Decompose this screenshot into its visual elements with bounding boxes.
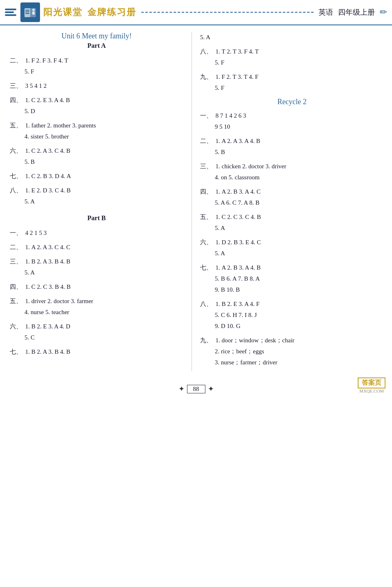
section-qi-partb-content: 1. B 2. A 3. B 4. B <box>25 348 70 355</box>
section-san-recycle-label: 三、 <box>200 163 212 170</box>
pen-icon: ✏ <box>380 7 387 18</box>
section-er-label: 二、 <box>10 57 22 64</box>
section-ba-right-content: 1. T 2. T 3. F 4. T <box>216 48 259 55</box>
section-er-recycle-content: 1. A 2. A 3. A 4. B <box>216 138 261 144</box>
section-jiu-recycle-content: 1. door；window；desk；chair <box>216 337 294 344</box>
stripe-2 <box>5 11 14 13</box>
right-column: 5. A 八、 1. T 2. T 3. F 4. T 5. F 九、 1. F… <box>192 32 392 371</box>
section-jiu-recycle: 九、 1. door；window；desk；chair 2. rice；bee… <box>200 335 384 368</box>
section-jiu-recycle-label: 九、 <box>200 337 212 344</box>
section-san-partb-indent: 5. A <box>24 267 183 278</box>
section-si-parta: 四、 1. C 2. E 3. A 4. B 5. D <box>10 95 183 117</box>
section-liu-parta: 六、 1. C 2. A 3. C 4. B 5. B <box>10 145 183 167</box>
section-ba-label: 八、 <box>10 187 22 194</box>
footer: ✦ 88 ✦ 答案页 MXQE.COM <box>0 384 392 397</box>
section-si-recycle-content: 1. A 2. B 3. A 4. C <box>216 188 261 195</box>
section-san-partb-label: 三、 <box>10 258 22 265</box>
section-er-parta: 二、 1. F 2. F 3. F 4. T 5. F <box>10 55 183 77</box>
section-san-label: 三、 <box>10 83 22 89</box>
section-san-partb-content: 1. B 2. A 3. B 4. B <box>25 258 70 265</box>
section-wu-parta: 五、 1. father 2. mother 3. parents 4. sis… <box>10 120 183 142</box>
section-si-content: 1. C 2. E 3. A 4. B <box>25 97 70 103</box>
section-ba-recycle: 八、 1. B 2. E 3. A 4. F 5. C 6. H 7. I 8.… <box>200 299 384 332</box>
section-qi-partb: 七、 1. B 2. A 3. B 4. B <box>10 346 183 357</box>
footer-page-number: 88 <box>187 385 205 393</box>
section-er-indent: 5. F <box>24 66 183 77</box>
section-san-recycle-content: 1. chicken 2. doctor 3. driver <box>216 163 286 170</box>
section-wu-partb-label: 五、 <box>10 298 22 304</box>
section-si-recycle-indent1: 5. A 6. C 7. A 8. B <box>215 197 384 208</box>
section-liu-partb-content: 1. B 2. E 3. A 4. D <box>25 323 70 330</box>
svg-rect-1 <box>24 8 30 17</box>
header-icon <box>20 2 40 22</box>
section-ba-right-label: 八、 <box>200 48 212 55</box>
main-content: Unit 6 Meet my family! Part A 二、 1. F 2.… <box>0 25 392 378</box>
stripe-1 <box>5 9 16 10</box>
svg-point-5 <box>32 9 35 11</box>
page-container: 阳光课堂 金牌练习册 英语 四年级上册 ✏ Unit 6 Meet my fam… <box>0 0 392 587</box>
section-si-partb: 四、 1. C 2. C 3. B 4. B <box>10 281 183 292</box>
section-jiu-recycle-indent2: 3. nurse；farmer；driver <box>215 357 384 368</box>
section-5a-top: 5. A <box>200 32 384 43</box>
section-ba-recycle-indent2: 9. D 10. G <box>215 321 384 332</box>
section-liu-partb-label: 六、 <box>10 323 22 330</box>
section-qi-recycle-indent2: 9. B 10. B <box>215 284 384 295</box>
stripe-3 <box>5 14 16 16</box>
footer-decoration-left: ✦ <box>178 384 185 393</box>
section-qi-parta: 七、 1. C 2. B 3. D 4. A <box>10 171 183 182</box>
section-si-recycle: 四、 1. A 2. B 3. A 4. C 5. A 6. C 7. A 8.… <box>200 186 384 208</box>
section-er-partb-content: 1. A 2. A 3. C 4. C <box>25 244 70 250</box>
footer-decoration-right: ✦ <box>208 384 214 393</box>
section-liu-indent: 5. B <box>24 156 183 167</box>
section-si-recycle-label: 四、 <box>200 188 212 195</box>
header-dotted-line <box>141 12 314 13</box>
section-liu-recycle-content: 1. D 2. B 3. E 4. C <box>216 239 261 246</box>
section-san-recycle: 三、 1. chicken 2. doctor 3. driver 4. on … <box>200 161 384 183</box>
section-ba-right-indent: 5. F <box>215 57 384 68</box>
section-liu-label: 六、 <box>10 147 22 154</box>
part-a-title: Part A <box>10 42 183 49</box>
section-jiu-right-label: 九、 <box>200 74 212 80</box>
svg-rect-4 <box>25 13 29 14</box>
section-wu-partb: 五、 1. driver 2. doctor 3. farmer 4. nurs… <box>10 296 183 318</box>
section-qi-recycle-indent1: 5. B 6. A 7. B 8. A <box>215 273 384 284</box>
section-liu-partb: 六、 1. B 2. E 3. A 4. D 5. C <box>10 321 183 343</box>
recycle-title: Recycle 2 <box>200 98 384 106</box>
section-liu-content: 1. C 2. A 3. C 4. B <box>25 147 70 154</box>
section-jiu-right-indent: 5. F <box>215 83 384 94</box>
section-si-partb-content: 1. C 2. C 3. B 4. B <box>25 283 71 290</box>
section-er-partb: 二、 1. A 2. A 3. C 4. C <box>10 242 183 253</box>
section-wu-recycle-indent: 5. A <box>215 223 384 234</box>
section-er-recycle: 二、 1. A 2. A 3. A 4. B 5. B <box>200 136 384 158</box>
section-er-recycle-label: 二、 <box>200 138 212 144</box>
section-er-content: 1. F 2. F 3. F 4. T <box>25 57 68 64</box>
section-qi-content: 1. C 2. B 3. D 4. A <box>25 173 71 179</box>
section-wu-content: 1. father 2. mother 3. parents <box>25 122 96 129</box>
section-ba-recycle-content: 1. B 2. E 3. A 4. F <box>216 301 260 307</box>
section-jiu-right: 九、 1. F 2. T 3. T 4. F 5. F <box>200 71 384 94</box>
section-wu-label: 五、 <box>10 122 22 129</box>
section-si-indent: 5. D <box>24 106 183 117</box>
header-grade: 四年级上册 <box>338 7 375 17</box>
section-ba-parta: 八、 1. E 2. D 3. C 4. B 5. A <box>10 185 183 207</box>
section-wu-recycle-content: 1. C 2. C 3. C 4. B <box>216 214 261 220</box>
section-ba-recycle-indent1: 5. C 6. H 7. I 8. J <box>215 310 384 321</box>
section-wu-recycle-label: 五、 <box>200 214 212 220</box>
section-yi-recycle-label: 一、 <box>200 112 212 119</box>
section-5a-label: 5. A <box>200 34 210 40</box>
section-er-partb-label: 二、 <box>10 244 22 250</box>
svg-rect-3 <box>25 11 29 12</box>
section-yi-recycle: 一、 8 7 1 4 2 6 3 9 5 10 <box>200 110 384 132</box>
section-wu-partb-content: 1. driver 2. doctor 3. farmer <box>25 298 94 304</box>
section-qi-recycle-content: 1. A 2. B 3. A 4. B <box>216 264 261 271</box>
section-liu-partb-indent: 5. C <box>24 332 183 343</box>
section-ba-content: 1. E 2. D 3. C 4. B <box>25 187 71 194</box>
section-yi-recycle-content: 8 7 1 4 2 6 3 <box>216 112 246 119</box>
watermark-bottom-text: MXQE.COM <box>359 388 384 393</box>
section-liu-recycle: 六、 1. D 2. B 3. E 4. C 5. A <box>200 237 384 259</box>
section-san-content: 3 5 4 1 2 <box>25 83 47 89</box>
section-si-partb-label: 四、 <box>10 283 22 290</box>
section-san-parta: 三、 3 5 4 1 2 <box>10 80 183 92</box>
header-title-main: 阳光课堂 <box>43 6 82 18</box>
section-ba-right: 八、 1. T 2. T 3. F 4. T 5. F <box>200 46 384 68</box>
